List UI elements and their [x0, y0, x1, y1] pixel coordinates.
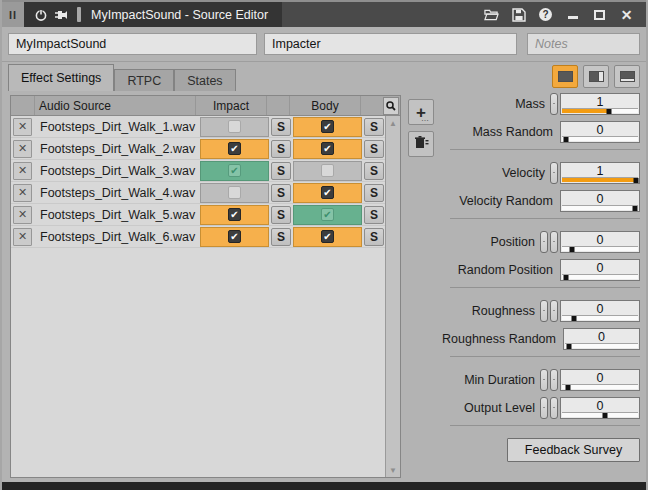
solo-body-button[interactable]: S [364, 206, 384, 224]
audio-source-name[interactable]: Footsteps_Dirt_Walk_6.wav [32, 230, 199, 244]
body-checkbox[interactable]: ✔ [321, 230, 334, 243]
param-range-marker[interactable] [569, 247, 574, 252]
solo-body-button[interactable]: S [364, 228, 384, 246]
param-value-box[interactable]: 0 [560, 190, 640, 212]
impact-cell[interactable]: ✔ [200, 183, 269, 203]
scroll-up-arrow[interactable]: ▲ [386, 116, 400, 130]
feedback-survey-button[interactable]: Feedback Survey [507, 438, 640, 462]
impact-checkbox[interactable]: ✔ [228, 208, 241, 221]
param-value-box[interactable]: 1 [560, 93, 640, 115]
solo-impact-button[interactable]: S [271, 206, 291, 224]
solo-body-button[interactable]: S [364, 184, 384, 202]
body-checkbox[interactable]: ✔ [321, 186, 334, 199]
audio-source-name[interactable]: Footsteps_Dirt_Walk_5.wav [32, 208, 199, 222]
notes-input[interactable] [527, 33, 640, 55]
slider-handle[interactable] [540, 300, 548, 322]
body-checkbox[interactable]: ✔ [321, 164, 334, 177]
param-range-bar[interactable] [562, 246, 638, 251]
audio-source-name[interactable]: Footsteps_Dirt_Walk_2.wav [32, 142, 199, 156]
param-range-marker[interactable] [563, 275, 568, 280]
slider-handle[interactable] [540, 231, 548, 253]
param-value-box[interactable]: 0 [560, 369, 640, 391]
split-vertical-view-button[interactable] [583, 65, 609, 88]
param-range-bar[interactable] [562, 177, 638, 182]
header-body[interactable]: Body [289, 96, 360, 115]
param-value-box[interactable]: 1 [560, 162, 640, 184]
slider-handle[interactable] [540, 369, 548, 391]
tab-effect-settings[interactable]: Effect Settings [8, 64, 114, 91]
param-range-bar[interactable] [562, 108, 638, 113]
solo-body-button[interactable]: S [364, 118, 384, 136]
slider-handle[interactable] [550, 231, 558, 253]
save-icon[interactable] [511, 7, 526, 22]
impact-cell[interactable]: ✔ [200, 227, 269, 247]
param-range-bar[interactable] [562, 205, 638, 210]
param-range-marker[interactable] [633, 178, 638, 183]
slider-handle[interactable] [550, 397, 558, 419]
param-range-marker[interactable] [567, 344, 572, 349]
slider-handle[interactable] [550, 162, 558, 184]
help-icon[interactable]: ? [538, 7, 553, 22]
tab-rtpc[interactable]: RTPC [114, 69, 174, 91]
tab-states[interactable]: States [174, 69, 235, 91]
add-source-button[interactable]: + … [408, 99, 434, 125]
body-cell[interactable]: ✔ [293, 205, 362, 225]
param-value-box[interactable]: 0 [560, 397, 640, 419]
param-range-marker[interactable] [563, 137, 568, 142]
close-icon[interactable]: ✕ [619, 7, 634, 22]
open-folder-icon[interactable] [484, 7, 499, 22]
search-icon[interactable] [383, 97, 399, 115]
impact-checkbox[interactable]: ✔ [228, 186, 241, 199]
impact-checkbox[interactable]: ✔ [228, 120, 241, 133]
param-range-marker[interactable] [566, 385, 571, 390]
pin-button[interactable]: II [2, 2, 24, 27]
body-cell[interactable]: ✔ [293, 139, 362, 159]
remove-row-button[interactable]: ✕ [13, 206, 32, 224]
header-impact[interactable]: Impact [195, 96, 266, 115]
split-horizontal-view-button[interactable] [614, 65, 640, 88]
param-value-box[interactable]: 0 [560, 300, 640, 322]
remove-row-button[interactable]: ✕ [13, 140, 32, 158]
param-range-bar[interactable] [565, 343, 638, 348]
audio-source-name[interactable]: Footsteps_Dirt_Walk_1.wav [32, 120, 199, 134]
param-range-marker[interactable] [632, 206, 637, 211]
delete-source-button[interactable] [408, 131, 434, 157]
impact-checkbox[interactable]: ✔ [228, 142, 241, 155]
slider-handle[interactable] [540, 397, 548, 419]
param-value-box[interactable]: 0 [563, 328, 640, 350]
slider-handle[interactable] [550, 300, 558, 322]
solo-body-button[interactable]: S [364, 140, 384, 158]
impact-cell[interactable]: ✔ [200, 205, 269, 225]
slider-handle[interactable] [550, 93, 558, 115]
body-cell[interactable]: ✔ [293, 227, 362, 247]
scroll-down-arrow[interactable]: ▼ [386, 463, 400, 477]
remove-row-button[interactable]: ✕ [13, 162, 32, 180]
param-range-bar[interactable] [562, 384, 638, 389]
minimize-icon[interactable] [565, 7, 580, 22]
solo-impact-button[interactable]: S [271, 118, 291, 136]
remove-row-button[interactable]: ✕ [13, 118, 32, 136]
slider-handle[interactable] [550, 369, 558, 391]
impact-cell[interactable]: ✔ [200, 139, 269, 159]
solo-impact-button[interactable]: S [271, 184, 291, 202]
param-range-bar[interactable] [562, 412, 638, 417]
solo-body-button[interactable]: S [364, 162, 384, 180]
window-title-tab[interactable]: MyImpactSound - Source Editor [24, 2, 282, 27]
body-checkbox[interactable]: ✔ [321, 120, 334, 133]
solo-impact-button[interactable]: S [271, 228, 291, 246]
param-range-bar[interactable] [562, 136, 638, 141]
body-cell[interactable]: ✔ [293, 117, 362, 137]
remove-row-button[interactable]: ✕ [13, 228, 32, 246]
impact-cell[interactable]: ✔ [200, 161, 269, 181]
body-cell[interactable]: ✔ [293, 161, 362, 181]
param-value-box[interactable]: 0 [560, 121, 640, 143]
solo-impact-button[interactable]: S [271, 140, 291, 158]
object-name-input[interactable] [8, 33, 257, 55]
param-range-bar[interactable] [562, 315, 638, 320]
header-audio-source[interactable]: Audio Source [34, 96, 195, 115]
body-checkbox[interactable]: ✔ [321, 142, 334, 155]
impact-checkbox[interactable]: ✔ [228, 164, 241, 177]
audio-source-name[interactable]: Footsteps_Dirt_Walk_3.wav [32, 164, 199, 178]
single-pane-view-button[interactable] [552, 65, 578, 88]
body-cell[interactable]: ✔ [293, 183, 362, 203]
